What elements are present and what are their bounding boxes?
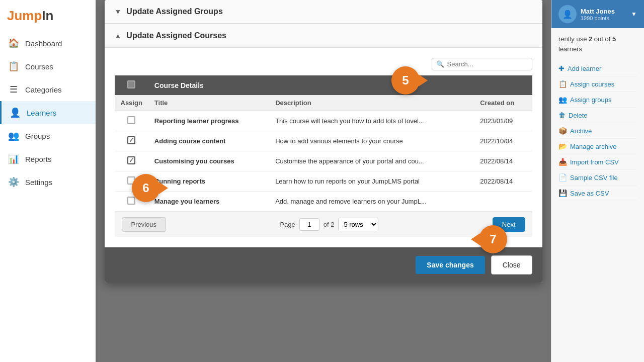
close-button[interactable]: Close bbox=[491, 255, 532, 275]
callout-6: 6 bbox=[132, 174, 160, 202]
learner-count-used: 2 bbox=[589, 35, 592, 43]
table-header-main: Course Details bbox=[115, 75, 532, 95]
sidebar-item-label: Reports bbox=[25, 155, 52, 163]
learner-count: rently use 2 out of 5 learners bbox=[558, 34, 637, 54]
categories-icon: ☰ bbox=[8, 84, 19, 95]
sidebar-item-learners[interactable]: 👤 Learners bbox=[0, 101, 96, 124]
course-table: Course Details Assign Title Description … bbox=[115, 75, 532, 212]
import-csv-icon: 📥 bbox=[558, 158, 567, 166]
table-row: Adding course content How to add various… bbox=[115, 131, 532, 151]
course-description: Learn how to run reports on your JumpLMS… bbox=[269, 171, 474, 192]
header-checkbox[interactable] bbox=[127, 80, 135, 88]
main-content: ▼ Update Assigned Groups ▲ Update Assign… bbox=[96, 0, 551, 362]
delete-icon: 🗑 bbox=[558, 111, 566, 119]
search-box: 🔍 bbox=[432, 58, 532, 70]
chevron-down-icon[interactable]: ▼ bbox=[631, 11, 637, 18]
search-input[interactable] bbox=[447, 60, 528, 68]
sidebar-item-dashboard[interactable]: 🏠 Dashboard bbox=[0, 32, 96, 55]
course-details-header: Course Details bbox=[148, 75, 532, 95]
learner-count-mid: out of bbox=[594, 35, 612, 43]
course-date: 2022/08/14 bbox=[474, 151, 532, 171]
accordion-courses-header[interactable]: ▲ Update Assigned Courses bbox=[105, 24, 542, 48]
of-label: of 2 bbox=[324, 221, 335, 228]
assign-checkbox[interactable] bbox=[127, 116, 135, 124]
sidebar-item-categories[interactable]: ☰ Categories bbox=[0, 78, 96, 101]
assign-cell bbox=[115, 131, 148, 151]
user-info-block: 👤 Matt Jones 1990 points bbox=[558, 5, 615, 23]
action-manage-archive[interactable]: 📂 Manage archive bbox=[558, 139, 637, 154]
course-title: Manage you learners bbox=[148, 192, 269, 212]
col-created: Created on bbox=[474, 95, 532, 111]
archive-icon: 📦 bbox=[558, 127, 567, 135]
course-date bbox=[474, 192, 532, 212]
action-assign-courses[interactable]: 📋 Assign courses bbox=[558, 76, 637, 92]
course-table-body: Reporting learner progress This course w… bbox=[115, 111, 532, 212]
user-name: Matt Jones bbox=[581, 8, 615, 15]
sidebar-item-label: Dashboard bbox=[25, 39, 62, 48]
sidebar: JumpIn 🏠 Dashboard 📋 Courses ☰ Categorie… bbox=[0, 0, 96, 362]
learner-count-suffix: learners bbox=[558, 45, 582, 53]
action-sample-csv-label: Sample CSV file bbox=[570, 174, 618, 182]
action-archive[interactable]: 📦 Archive bbox=[558, 123, 637, 139]
sidebar-item-reports[interactable]: 📊 Reports bbox=[0, 147, 96, 170]
header-checkbox-cell bbox=[115, 75, 148, 95]
collapse-icon: ▼ bbox=[115, 8, 122, 16]
previous-button[interactable]: Previous bbox=[122, 217, 167, 232]
rows-select[interactable]: 5 rows 10 rows 25 rows bbox=[338, 218, 378, 231]
sidebar-nav: 🏠 Dashboard 📋 Courses ☰ Categories 👤 Lea… bbox=[0, 32, 96, 362]
learner-count-total: 5 bbox=[612, 35, 616, 43]
sidebar-item-label: Settings bbox=[25, 178, 52, 187]
table-row: Reporting learner progress This course w… bbox=[115, 111, 532, 131]
action-add-learner[interactable]: ✚ Add learner bbox=[558, 61, 637, 76]
action-assign-courses-label: Assign courses bbox=[570, 80, 614, 88]
course-description: How to add various elements to your cour… bbox=[269, 131, 474, 151]
sidebar-item-courses[interactable]: 📋 Courses bbox=[0, 55, 96, 78]
reports-icon: 📊 bbox=[8, 153, 19, 164]
col-title: Title bbox=[148, 95, 269, 111]
callout-7-label: 7 bbox=[490, 232, 496, 246]
sidebar-item-label: Learners bbox=[27, 109, 56, 117]
action-save-csv[interactable]: 💾 Save as CSV bbox=[558, 186, 637, 201]
pagination-center: Page of 2 5 rows 10 rows 25 rows bbox=[280, 218, 378, 231]
right-panel-header: 👤 Matt Jones 1990 points ▼ bbox=[551, 0, 644, 28]
accordion-groups: ▼ Update Assigned Groups bbox=[105, 0, 542, 24]
action-delete[interactable]: 🗑 Delete bbox=[558, 108, 637, 123]
action-archive-label: Archive bbox=[570, 127, 592, 135]
assign-groups-icon: 👥 bbox=[558, 96, 567, 104]
sidebar-item-groups[interactable]: 👥 Groups bbox=[0, 124, 96, 147]
table-row: Running reports Learn how to run reports… bbox=[115, 171, 532, 192]
modal-footer: Save changes Close bbox=[105, 247, 542, 283]
col-description: Description bbox=[269, 95, 474, 111]
course-date: 2022/08/14 bbox=[474, 171, 532, 192]
assign-checkbox[interactable] bbox=[127, 197, 135, 205]
search-icon: 🔍 bbox=[436, 60, 444, 68]
sample-csv-icon: 📄 bbox=[558, 173, 567, 182]
assign-courses-icon: 📋 bbox=[558, 80, 567, 88]
right-panel-body: rently use 2 out of 5 learners ✚ Add lea… bbox=[551, 28, 644, 207]
action-delete-label: Delete bbox=[569, 112, 588, 119]
accordion-courses-body: 🔍 Course Details bbox=[105, 48, 542, 247]
callout-6-label: 6 bbox=[142, 181, 149, 195]
action-assign-groups-label: Assign groups bbox=[570, 96, 611, 104]
col-assign: Assign bbox=[115, 95, 148, 111]
action-import-csv[interactable]: 📥 Import from CSV bbox=[558, 154, 637, 170]
action-assign-groups[interactable]: 👥 Assign groups bbox=[558, 92, 637, 108]
modal-overlay: ▼ Update Assigned Groups ▲ Update Assign… bbox=[96, 0, 551, 362]
right-panel: 👤 Matt Jones 1990 points ▼ rently use 2 … bbox=[551, 0, 644, 362]
user-points: 1990 points bbox=[581, 15, 615, 21]
page-input[interactable] bbox=[299, 218, 319, 231]
user-info: Matt Jones 1990 points bbox=[581, 8, 615, 21]
settings-icon: ⚙️ bbox=[8, 176, 19, 188]
page-label: Page bbox=[280, 221, 295, 228]
sidebar-item-settings[interactable]: ⚙️ Settings bbox=[0, 170, 96, 194]
accordion-groups-header[interactable]: ▼ Update Assigned Groups bbox=[105, 0, 542, 24]
assign-checkbox[interactable] bbox=[127, 156, 135, 164]
save-changes-button[interactable]: Save changes bbox=[416, 256, 485, 274]
course-description: Add, manage and remove learners on your … bbox=[269, 192, 474, 212]
search-row: 🔍 bbox=[115, 58, 532, 70]
sidebar-item-label: Categories bbox=[25, 85, 62, 94]
action-sample-csv[interactable]: 📄 Sample CSV file bbox=[558, 170, 637, 186]
pagination-row: Previous Page of 2 5 rows 10 rows 25 row… bbox=[115, 212, 532, 237]
assign-cell bbox=[115, 111, 148, 131]
assign-checkbox[interactable] bbox=[127, 136, 135, 144]
